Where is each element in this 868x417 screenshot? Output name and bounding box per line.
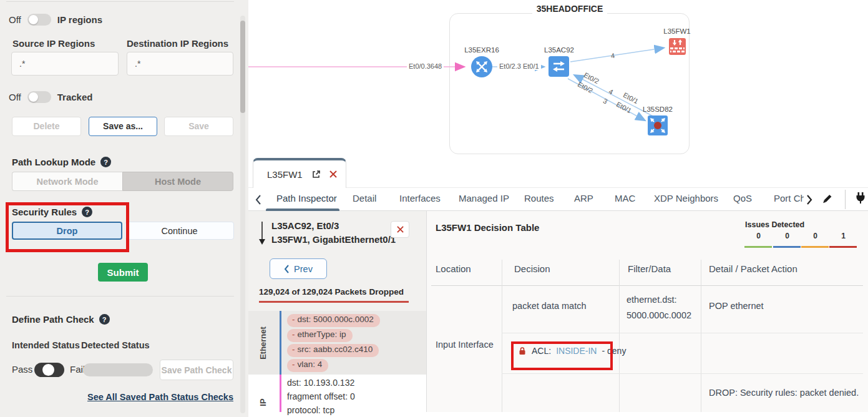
edit-pencil-icon[interactable] xyxy=(821,193,833,205)
switch-icon xyxy=(552,59,566,74)
chevron-left-icon[interactable] xyxy=(255,194,262,205)
node-label-sd: L35SD82 xyxy=(633,105,683,113)
packet-section-ip: IP dst: 10.193.0.132 fragment offset: 0 … xyxy=(248,375,426,412)
edge-hops-switch-fw: 4 xyxy=(608,51,617,60)
section-bar xyxy=(280,375,281,412)
cell-location: Input Interface xyxy=(436,340,494,350)
issue-bar-green xyxy=(744,246,772,248)
issue-bar-orange xyxy=(801,246,829,248)
tab-port-channels[interactable]: Port Cha xyxy=(774,193,804,204)
packets-dropped-bar xyxy=(259,301,409,303)
chevron-right-icon[interactable] xyxy=(806,194,813,205)
decision-table-title: L35FW1 Decision Table xyxy=(436,222,539,233)
submit-button[interactable]: Submit xyxy=(98,263,148,282)
tab-managed-ip[interactable]: Managed IP xyxy=(459,193,509,204)
see-all-path-checks-link[interactable]: See All Saved Path Status Checks xyxy=(87,392,233,402)
external-link-icon[interactable] xyxy=(311,170,321,179)
tab-xdp-neighbors[interactable]: XDP Neighbors xyxy=(654,193,718,204)
tab-detail[interactable]: Detail xyxy=(353,193,376,204)
hop-to: L35FW1, GigabitEthernet0/1 xyxy=(271,234,396,245)
diff-marker: - xyxy=(292,345,295,354)
prev-hop-button[interactable]: Prev xyxy=(270,258,327,279)
issue-count-orange: 0 xyxy=(801,232,829,240)
host-mode-option[interactable]: Host Mode xyxy=(122,172,233,191)
acl-name-link[interactable]: INSIDE-IN xyxy=(556,346,597,356)
plug-icon[interactable] xyxy=(856,192,866,205)
detected-status-indicator xyxy=(83,363,153,376)
router-node[interactable] xyxy=(471,56,492,77)
sidebar-scrollbar-thumb[interactable] xyxy=(240,21,245,113)
tab-mac[interactable]: MAC xyxy=(615,193,635,204)
chevron-left-icon xyxy=(284,265,290,273)
issue-count-green: 0 xyxy=(744,232,773,240)
site-title: 35HEADOFFICE xyxy=(532,4,607,14)
hop-direction-arrow-icon xyxy=(258,221,266,246)
section-bar xyxy=(280,311,281,375)
ethernet-field: src: aabb.cc02.c410 xyxy=(298,345,373,354)
toggle-knob xyxy=(42,364,54,376)
tab-path-inspector[interactable]: Path Inspector xyxy=(276,193,337,204)
close-icon xyxy=(397,226,404,233)
toggle-knob xyxy=(29,15,38,24)
pass-fail-toggle[interactable] xyxy=(34,363,64,377)
firewall-node[interactable] xyxy=(669,38,686,55)
edge-label-router-switch: Et0/2.3 Et0/1 xyxy=(497,62,541,70)
tracked-toggle-state: Off xyxy=(9,92,21,102)
ethernet-field: vlan: 4 xyxy=(298,360,323,369)
cell-detail-row3: DROP: Security rules: packet denied. xyxy=(709,388,859,398)
cell-detail-row1: POP ethernet xyxy=(709,301,764,311)
main-area: 35HEADOFFICE Et0/0.3648 Et0/2.3 Et0/1 4 … xyxy=(248,0,868,417)
sd-node[interactable] xyxy=(648,115,668,135)
column-header-decision: Decision xyxy=(514,263,550,274)
column-header-location: Location xyxy=(436,263,471,274)
help-icon[interactable]: ? xyxy=(82,207,92,217)
security-rules-drop-option[interactable]: Drop xyxy=(12,222,122,240)
packets-dropped-text: 129,024 of 129,024 Packets Dropped xyxy=(259,287,404,297)
device-tab-title: L35FW1 xyxy=(267,169,303,180)
column-header-filter-data: Filter/Data xyxy=(628,263,671,274)
tab-routes[interactable]: Routes xyxy=(524,193,554,204)
help-icon[interactable]: ? xyxy=(100,157,111,167)
source-ip-regions-input[interactable] xyxy=(11,52,119,76)
firewall-icon xyxy=(669,38,686,55)
network-mode-option[interactable]: Network Mode xyxy=(12,172,122,191)
ip-regions-toggle-state: Off xyxy=(9,14,21,25)
path-inspector-content: L35AC92, Et0/3 L35FW1, GigabitEthernet0/… xyxy=(248,211,868,412)
cell-filter-line1: ethernet.dst: xyxy=(627,295,677,305)
help-icon[interactable]: ? xyxy=(99,314,110,325)
prev-label: Prev xyxy=(294,264,313,274)
lock-icon xyxy=(518,346,527,355)
security-rules-label: Security Rules xyxy=(12,207,77,217)
ip-field: protocol: tcp xyxy=(287,405,334,415)
divider xyxy=(502,373,863,374)
diff-marker: - xyxy=(292,360,295,369)
destination-ip-regions-input[interactable] xyxy=(127,52,233,76)
issues-detected-label: Issues Detected xyxy=(745,220,804,229)
switch-node[interactable] xyxy=(549,56,569,77)
tab-arp[interactable]: ARP xyxy=(574,193,593,204)
save-path-check-button[interactable]: Save Path Check xyxy=(160,360,233,380)
delete-button[interactable]: Delete xyxy=(12,117,81,136)
save-as-button[interactable]: Save as... xyxy=(89,117,157,136)
divider xyxy=(701,260,701,412)
topology-edges xyxy=(248,0,868,158)
device-tab-l35fw1[interactable]: L35FW1 xyxy=(253,158,346,188)
close-icon[interactable] xyxy=(329,170,337,178)
acl-suffix: - deny xyxy=(602,346,626,356)
tab-interfaces[interactable]: Interfaces xyxy=(399,193,441,204)
destination-ip-regions-label: Destination IP Regions xyxy=(127,38,228,49)
detected-status-label: Detected Status xyxy=(81,340,150,350)
issue-count-blue: 0 xyxy=(773,232,801,240)
divider xyxy=(6,296,234,297)
tracked-toggle[interactable] xyxy=(27,91,51,103)
issue-count-red: 1 xyxy=(829,232,857,240)
hop-from: L35AC92, Et0/3 xyxy=(271,220,339,231)
divider xyxy=(502,333,863,333)
ip-regions-toggle[interactable] xyxy=(27,14,51,26)
toggle-knob xyxy=(29,92,38,102)
hop-close-button[interactable] xyxy=(391,221,409,238)
save-button[interactable]: Save xyxy=(164,117,233,136)
tab-qos[interactable]: QoS xyxy=(733,193,752,204)
issue-bar-blue xyxy=(773,246,801,248)
security-rules-continue-option[interactable]: Continue xyxy=(125,222,234,240)
